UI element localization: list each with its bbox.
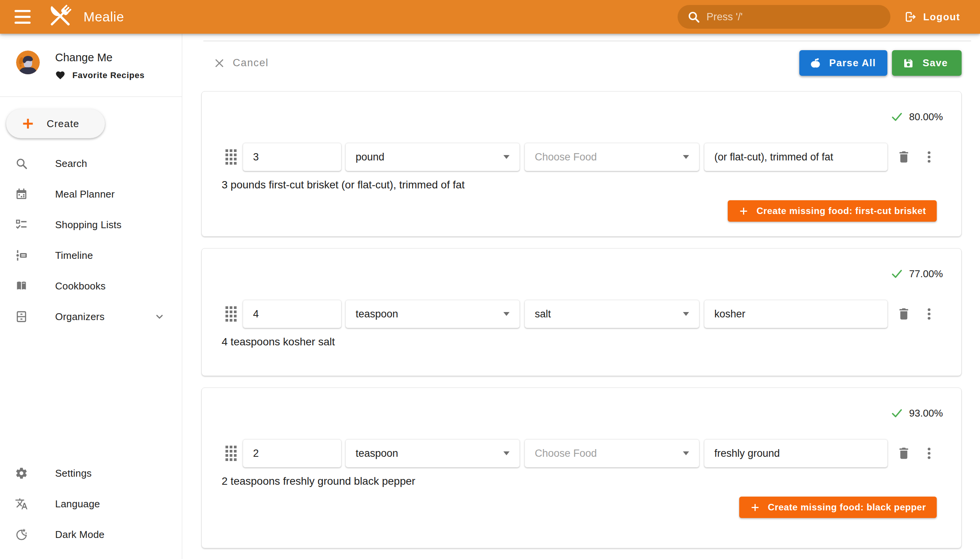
ingredient-menu-button[interactable] [926,447,932,460]
sidebar-item-language[interactable]: Language [0,489,182,519]
sidebar-item-settings[interactable]: Settings [0,458,182,489]
sidebar-item-cookbooks[interactable]: Cookbooks [0,271,182,301]
save-icon [903,58,914,69]
sidebar-item-shopping-lists[interactable]: Shopping Lists [0,210,182,240]
cancel-label: Cancel [233,57,269,69]
ingredient-menu-button[interactable] [926,307,932,321]
hamburger-icon [14,9,31,25]
original-ingredient-text: 3 pounds first-cut brisket (or flat-cut)… [221,179,961,191]
quantity-input[interactable] [243,439,342,468]
note-input[interactable] [704,300,888,328]
unit-select[interactable]: teaspoon [345,300,520,328]
food-select[interactable]: Choose Food [524,439,699,468]
original-ingredient-text: 4 teaspoons kosher salt [221,336,961,348]
moon-icon [15,528,28,541]
create-missing-food-button[interactable]: Create missing food: first-cut brisket [728,200,937,222]
favorite-recipes-link[interactable]: Favorite Recipes [55,70,145,80]
global-search[interactable] [678,5,891,29]
create-missing-food-label: Create missing food: black pepper [768,502,926,513]
sidebar-item-dark-mode[interactable]: Dark Mode [0,519,182,550]
sidebar-item-timeline[interactable]: Timeline [0,240,182,271]
food-value: salt [535,308,551,320]
mealie-logo-icon[interactable] [45,1,75,33]
delete-ingredient-button[interactable] [897,447,911,460]
ingredient-menu-button[interactable] [926,150,932,164]
confidence-row: 77.00% [202,248,961,280]
create-label: Create [47,118,79,130]
dropdown-arrow-icon [683,312,689,316]
ingredient-fields-row: pound Choose Food [202,143,961,171]
sidebar-item-label: Language [55,498,100,510]
food-placeholder: Choose Food [535,151,597,163]
check-icon [891,111,903,123]
note-input[interactable] [704,143,888,171]
quantity-input[interactable] [243,143,342,171]
confidence-value: 93.00% [909,407,943,419]
sidebar-item-label: Cookbooks [55,280,106,292]
apple-icon [809,57,821,69]
search-icon [687,10,701,24]
drag-handle[interactable] [225,149,236,165]
dropdown-arrow-icon [683,155,689,159]
create-missing-food-button[interactable]: Create missing food: black pepper [739,496,937,518]
unit-value: pound [355,151,384,163]
sidebar-item-organizers[interactable]: Organizers [0,301,182,332]
sidebar-divider [0,96,182,97]
missing-food-row: Create missing food: black pepper [202,496,961,518]
confidence-value: 77.00% [909,268,943,280]
sidebar-item-search[interactable]: Search [0,148,182,179]
sidebar-item-label: Organizers [55,311,104,323]
kebab-icon [926,307,932,321]
confidence-row: 80.00% [202,91,961,123]
close-icon [213,58,225,69]
unit-select[interactable]: teaspoon [345,439,520,468]
magnify-icon [15,157,28,170]
logout-button[interactable]: Logout [904,10,960,24]
content-top-divider [203,41,971,41]
calendar-icon [15,188,28,201]
ingredient-fields-row: teaspoon salt [202,300,961,328]
create-button[interactable]: Create [6,109,105,138]
dropdown-arrow-icon [503,452,509,455]
drag-handle[interactable] [225,306,236,322]
delete-ingredient-button[interactable] [897,150,911,164]
confidence-value: 80.00% [909,111,943,123]
create-missing-food-label: Create missing food: first-cut brisket [757,206,926,216]
parse-all-button[interactable]: Parse All [799,50,887,76]
drag-handle[interactable] [225,446,236,461]
sidebar-bottom-nav: Settings Language Dark Mode [0,458,182,550]
note-input[interactable] [704,439,888,468]
delete-ingredient-button[interactable] [897,307,911,321]
trash-icon [897,447,911,460]
food-placeholder: Choose Food [535,448,597,460]
ingredient-list: 80.00% pound Choose Food [202,91,962,559]
sidebar-item-label: Search [55,158,87,170]
ingredient-card: 80.00% pound Choose Food [202,91,962,237]
timeline-icon [15,249,28,262]
unit-select[interactable]: pound [345,143,520,171]
plus-icon [21,116,35,131]
confidence-row: 93.00% [202,388,961,419]
app-bar: Mealie Logout [0,0,980,34]
food-select[interactable]: salt [524,300,699,328]
main-content: Cancel Parse All Save [182,34,980,559]
dropdown-arrow-icon [503,312,509,316]
translate-icon [15,497,28,510]
sidebar-item-label: Dark Mode [55,529,104,541]
search-input[interactable] [707,11,881,23]
user-section[interactable]: Change Me Favorite Recipes [0,34,182,80]
ingredient-card: 77.00% teaspoon salt [202,248,962,376]
menu-hamburger-button[interactable] [12,6,34,28]
food-select[interactable]: Choose Food [524,143,699,171]
trash-icon [897,150,911,164]
dropdown-arrow-icon [683,452,689,455]
parse-all-label: Parse All [829,57,876,69]
cancel-button[interactable]: Cancel [208,50,275,76]
missing-food-row: Create missing food: first-cut brisket [202,200,961,222]
quantity-input[interactable] [243,300,342,328]
sidebar-item-meal-planner[interactable]: Meal Planner [0,179,182,210]
app-title: Mealie [83,9,124,25]
sidebar-item-label: Timeline [55,250,93,261]
save-button[interactable]: Save [892,50,962,76]
sidebar-item-label: Shopping Lists [55,219,121,231]
